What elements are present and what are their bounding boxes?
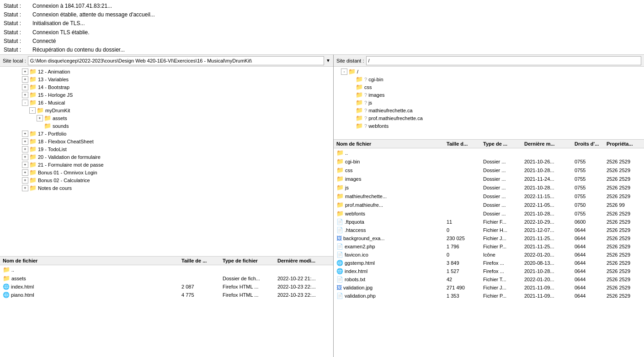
tree-item-12---animation[interactable]: +📁12 - Animation: [0, 68, 333, 75]
remote-file-owner-cell: 2526 2529: [606, 175, 642, 183]
remote-file-row[interactable]: 📁..: [334, 148, 644, 157]
remote-file-row[interactable]: 📄.htaccess0Fichier H...2021-12-07...0644…: [334, 226, 644, 234]
file-type-cell: [222, 266, 277, 273]
tree-label: 15 - Horloge JS: [38, 92, 73, 98]
remote-file-modified-cell: 2022-11-05...: [523, 201, 574, 209]
tree-item-sounds[interactable]: 📁sounds: [0, 122, 333, 130]
remote-file-modified: 2021-10-28...: [524, 168, 554, 173]
tree-label: 13 - Variables: [38, 77, 69, 82]
remote-file-row[interactable]: 📁cssDossier ...2021-10-28...07552526 252…: [334, 166, 644, 174]
remote-folder-icon: 📁: [356, 107, 363, 114]
tree-toggle[interactable]: +: [22, 185, 28, 191]
tree-item-20---validation-de-formulaire[interactable]: +📁20 - Validation de formulaire: [0, 153, 333, 161]
status-line: Statut :Connecté: [4, 37, 640, 46]
remote-file-row[interactable]: 🖼background_exa...230 025Fichier J...202…: [334, 234, 644, 242]
local-path-dropdown[interactable]: ▼: [326, 58, 330, 63]
remote-tree-item-css[interactable]: 📁css: [334, 83, 644, 91]
tree-item-17---portfolio[interactable]: +📁17 - Portfolio: [0, 130, 333, 137]
tree-item-13---variables[interactable]: +📁13 - Variables: [0, 75, 333, 83]
remote-file-owner-cell: [606, 149, 642, 157]
tree-toggle[interactable]: +: [22, 92, 28, 98]
tree-item-21---formulaire-mot-de-passe[interactable]: +📁21 - Formulaire mot de passe: [0, 161, 333, 168]
tree-toggle[interactable]: +: [22, 68, 28, 75]
html-icon: 🌐: [3, 284, 10, 290]
remote-file-name-cell: 📁prof.mathieufre...: [335, 201, 446, 209]
tree-item-16---musical[interactable]: -📁16 - Musical: [0, 99, 333, 106]
remote-path-input[interactable]: [366, 56, 641, 65]
remote-file-row[interactable]: 📁jsDossier ...2021-10-28...07552526 2529: [334, 183, 644, 192]
file-row[interactable]: 🌐piano.html4 775Firefox HTML ...2022-10-…: [0, 291, 333, 299]
remote-file-row[interactable]: 📄favicon.ico0Icône2022-01-20...06442526 …: [334, 251, 644, 259]
remote-file-rights-cell: [574, 149, 606, 157]
remote-file-row[interactable]: 📄robots.txt42Fichier T...2022-01-20...06…: [334, 275, 644, 284]
remote-file-type: Dossier ...: [483, 194, 506, 199]
remote-file-type: Firefox ...: [483, 268, 504, 274]
remote-tree-item-js[interactable]: 📁?js: [334, 99, 644, 106]
tree-folder-icon: 📁: [29, 169, 37, 176]
remote-file-row[interactable]: 📄.ftpquota11Fichier F...2022-10-29...060…: [334, 218, 644, 226]
remote-file-list-body[interactable]: 📁..📁cgi-binDossier ...2021-10-26...07552…: [334, 148, 644, 347]
remote-file-row[interactable]: 🌐index.html1 527Firefox ...2021-10-28...…: [334, 267, 644, 275]
local-file-list-body[interactable]: 📁..📁assetsDossier de fich...2022-10-22 2…: [0, 265, 333, 356]
file-row[interactable]: 🌐index.html2 087Firefox HTML ...2022-10-…: [0, 283, 333, 291]
tree-label: sounds: [53, 123, 69, 129]
tree-toggle[interactable]: +: [22, 154, 28, 160]
tree-toggle[interactable]: +: [22, 169, 28, 176]
remote-file-row[interactable]: 📁prof.mathieufre...Dossier ...2022-11-05…: [334, 200, 644, 209]
remote-file-row[interactable]: 📄validation.php1 353Fichier P...2021-11-…: [334, 292, 644, 300]
remote-file-size-cell: 271 490: [446, 284, 482, 291]
tree-toggle[interactable]: +: [37, 115, 43, 121]
remote-tree-item-/[interactable]: -📁/: [334, 68, 644, 75]
remote-file-row[interactable]: 📁mathieufrechette...Dossier ...2022-11-1…: [334, 192, 644, 200]
tree-item-19---todolist[interactable]: +📁19 - TodoList: [0, 145, 333, 153]
tree-item-notes-de-cours[interactable]: +📁Notes de cours: [0, 184, 333, 192]
tree-toggle[interactable]: +: [22, 131, 28, 137]
remote-tree-item-cgi-bin[interactable]: 📁?cgi-bin: [334, 75, 644, 83]
remote-file-row[interactable]: 📁cgi-binDossier ...2021-10-26...07552526…: [334, 157, 644, 166]
tree-toggle[interactable]: +: [22, 162, 28, 168]
remote-tree-item-prof.mathieufrechette.ca[interactable]: 📁?prof.mathieufrechette.ca: [334, 114, 644, 122]
tree-label: 21 - Formulaire mot de passe: [38, 162, 104, 168]
remote-file-size-cell: 42: [446, 276, 482, 283]
remote-file-row[interactable]: 🖼validation.jpg271 490Fichier J...2021-1…: [334, 284, 644, 292]
image-icon: 🖼: [336, 235, 342, 242]
tree-item-bonus-02---calculatrice[interactable]: +📁Bonus 02 - Calculatrice: [0, 176, 333, 184]
local-tree-view[interactable]: +📁12 - Animation+📁13 - Variables+📁14 - B…: [0, 67, 333, 256]
tree-item-mydrumkit[interactable]: -📁myDrumKit: [0, 106, 333, 114]
status-text: Initialisation de TLS...: [32, 19, 85, 28]
tree-toggle[interactable]: +: [22, 76, 28, 83]
remote-tree-item-webfonts[interactable]: 📁?webfonts: [334, 122, 644, 130]
remote-file-rights-cell: 0644: [574, 276, 606, 283]
remote-file-type-cell: Dossier ...: [482, 158, 523, 165]
folder-icon: 📁: [336, 210, 344, 217]
remote-tree-toggle[interactable]: -: [341, 68, 347, 75]
tree-folder-icon: 📁: [29, 130, 37, 137]
remote-file-row[interactable]: 📁webfontsDossier ...2021-10-28...0755252…: [334, 209, 644, 218]
remote-tree-item-images[interactable]: 📁?images: [334, 91, 644, 99]
remote-file-name: prof.mathieufre...: [345, 202, 383, 208]
remote-tree-item-mathieufrechette.ca[interactable]: 📁?mathieufrechette.ca: [334, 106, 644, 114]
remote-file-rights: 0644: [575, 227, 585, 233]
remote-tree-view[interactable]: -📁/📁?cgi-bin📁css📁?images📁?js📁?mathieufre…: [334, 67, 644, 131]
file-row[interactable]: 📁assetsDossier de fich...2022-10-22 21:.…: [0, 274, 333, 283]
tree-toggle[interactable]: -: [22, 100, 28, 106]
remote-file-row[interactable]: 📄examen2.php1 796Fichier P...2021-11-25.…: [334, 242, 644, 251]
remote-file-modified: 2021-10-28...: [524, 268, 554, 274]
remote-file-row[interactable]: 📁imagesDossier ...2021-11-24...07552526 …: [334, 174, 644, 183]
tree-toggle[interactable]: +: [22, 177, 28, 184]
tree-item-assets[interactable]: +📁assets: [0, 114, 333, 122]
tree-toggle[interactable]: +: [22, 84, 28, 90]
tree-item-14---bootstrap[interactable]: +📁14 - Bootstrap: [0, 83, 333, 91]
tree-item-bonus-01---omnivox-login[interactable]: +📁Bonus 01 - Omnivox Login: [0, 168, 333, 176]
tree-toggle[interactable]: -: [29, 107, 36, 114]
file-row[interactable]: 📁..: [0, 265, 333, 274]
tree-item-18---flexbox-cheatsheet[interactable]: +📁18 - Flexbox CheatSheet: [0, 137, 333, 145]
tree-toggle[interactable]: +: [22, 146, 28, 152]
tree-item-15---horloge-js[interactable]: +📁15 - Horloge JS: [0, 91, 333, 99]
tree-folder-icon: 📁: [29, 138, 37, 145]
remote-file-row[interactable]: 🌐ggstemp.html3 849Firefox ...2020-08-13.…: [334, 259, 644, 267]
tree-toggle[interactable]: +: [22, 138, 28, 145]
remote-file-rights-cell: 0755: [574, 175, 606, 183]
local-path-input[interactable]: [28, 56, 324, 65]
remote-file-modified-cell: 2021-10-28...: [523, 268, 574, 275]
